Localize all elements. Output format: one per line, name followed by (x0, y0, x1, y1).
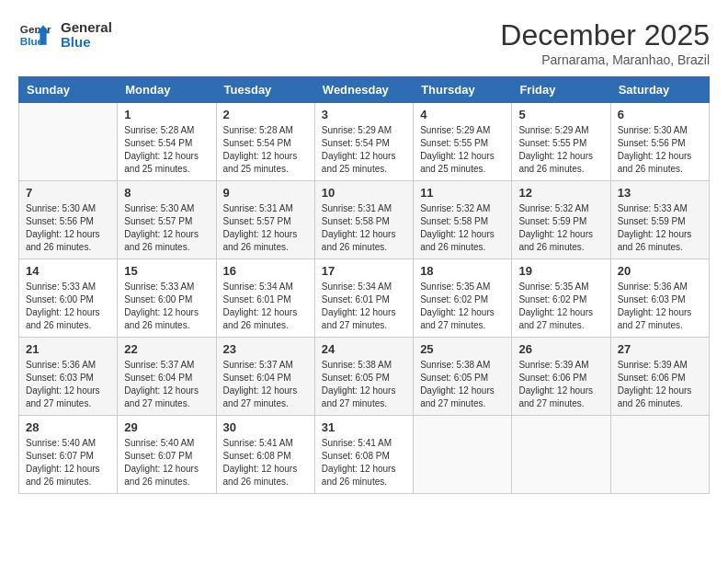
day-number: 14 (26, 264, 110, 278)
day-number: 27 (618, 342, 702, 356)
day-number: 8 (124, 186, 209, 200)
day-number: 4 (420, 108, 505, 121)
day-number: 2 (223, 108, 308, 121)
day-number: 26 (518, 342, 603, 356)
calendar-cell: 11Sunrise: 5:32 AM Sunset: 5:58 PM Dayli… (414, 181, 512, 259)
column-header-thursday: Thursday (414, 77, 512, 103)
day-info: Sunrise: 5:30 AM Sunset: 5:57 PM Dayligh… (124, 202, 209, 254)
day-number: 19 (518, 264, 603, 278)
day-number: 20 (618, 264, 702, 278)
day-number: 17 (322, 264, 406, 278)
day-number: 30 (223, 420, 308, 434)
day-info: Sunrise: 5:30 AM Sunset: 5:56 PM Dayligh… (618, 124, 702, 176)
logo-blue: Blue (61, 35, 112, 51)
day-number: 18 (420, 264, 505, 278)
calendar-cell: 28Sunrise: 5:40 AM Sunset: 6:07 PM Dayli… (19, 416, 118, 494)
calendar-cell: 18Sunrise: 5:35 AM Sunset: 6:02 PM Dayli… (414, 259, 512, 338)
day-number: 16 (223, 264, 308, 278)
day-info: Sunrise: 5:41 AM Sunset: 6:08 PM Dayligh… (223, 437, 308, 488)
day-info: Sunrise: 5:37 AM Sunset: 6:04 PM Dayligh… (223, 359, 308, 410)
logo: General Blue General Blue (18, 18, 112, 52)
page-header: General Blue General Blue December 2025 … (18, 18, 710, 67)
calendar-cell: 6Sunrise: 5:30 AM Sunset: 5:56 PM Daylig… (610, 103, 709, 181)
calendar-week-row: 1Sunrise: 5:28 AM Sunset: 5:54 PM Daylig… (19, 103, 710, 181)
day-number: 12 (518, 186, 603, 200)
calendar-week-row: 7Sunrise: 5:30 AM Sunset: 5:56 PM Daylig… (19, 181, 710, 259)
day-info: Sunrise: 5:34 AM Sunset: 6:01 PM Dayligh… (322, 281, 406, 332)
column-header-friday: Friday (512, 77, 610, 103)
day-info: Sunrise: 5:36 AM Sunset: 6:03 PM Dayligh… (618, 281, 702, 332)
day-info: Sunrise: 5:35 AM Sunset: 6:02 PM Dayligh… (518, 281, 603, 332)
day-info: Sunrise: 5:40 AM Sunset: 6:07 PM Dayligh… (124, 437, 209, 488)
calendar-cell (414, 416, 512, 494)
column-header-tuesday: Tuesday (216, 77, 314, 103)
day-number: 29 (124, 420, 209, 434)
day-number: 21 (26, 342, 110, 356)
calendar-cell: 8Sunrise: 5:30 AM Sunset: 5:57 PM Daylig… (118, 181, 216, 259)
calendar-cell: 3Sunrise: 5:29 AM Sunset: 5:54 PM Daylig… (314, 103, 413, 181)
calendar-cell: 29Sunrise: 5:40 AM Sunset: 6:07 PM Dayli… (118, 416, 216, 494)
day-info: Sunrise: 5:38 AM Sunset: 6:05 PM Dayligh… (322, 359, 406, 410)
day-info: Sunrise: 5:28 AM Sunset: 5:54 PM Dayligh… (124, 124, 209, 176)
day-number: 25 (420, 342, 505, 356)
calendar-cell (610, 416, 709, 494)
day-info: Sunrise: 5:30 AM Sunset: 5:56 PM Dayligh… (26, 202, 110, 254)
calendar-cell: 1Sunrise: 5:28 AM Sunset: 5:54 PM Daylig… (118, 103, 216, 181)
day-info: Sunrise: 5:33 AM Sunset: 5:59 PM Dayligh… (618, 202, 702, 254)
day-info: Sunrise: 5:29 AM Sunset: 5:55 PM Dayligh… (518, 124, 603, 176)
day-info: Sunrise: 5:39 AM Sunset: 6:06 PM Dayligh… (618, 359, 702, 410)
calendar-cell: 13Sunrise: 5:33 AM Sunset: 5:59 PM Dayli… (610, 181, 709, 259)
calendar-week-row: 21Sunrise: 5:36 AM Sunset: 6:03 PM Dayli… (19, 338, 710, 416)
calendar-cell: 23Sunrise: 5:37 AM Sunset: 6:04 PM Dayli… (216, 338, 314, 416)
day-info: Sunrise: 5:32 AM Sunset: 5:58 PM Dayligh… (420, 202, 505, 254)
day-info: Sunrise: 5:29 AM Sunset: 5:54 PM Dayligh… (322, 124, 406, 176)
calendar-cell: 2Sunrise: 5:28 AM Sunset: 5:54 PM Daylig… (216, 103, 314, 181)
day-info: Sunrise: 5:37 AM Sunset: 6:04 PM Dayligh… (124, 359, 209, 410)
day-number: 22 (124, 342, 209, 356)
calendar-week-row: 14Sunrise: 5:33 AM Sunset: 6:00 PM Dayli… (19, 259, 710, 338)
calendar-cell: 26Sunrise: 5:39 AM Sunset: 6:06 PM Dayli… (512, 338, 610, 416)
day-number: 7 (26, 186, 110, 200)
calendar-cell: 19Sunrise: 5:35 AM Sunset: 6:02 PM Dayli… (512, 259, 610, 338)
column-header-monday: Monday (118, 77, 216, 103)
logo-general: General (61, 20, 112, 36)
day-number: 28 (26, 420, 110, 434)
day-number: 11 (420, 186, 505, 200)
page-title: December 2025 (500, 18, 710, 52)
day-number: 1 (124, 108, 209, 121)
calendar-cell: 27Sunrise: 5:39 AM Sunset: 6:06 PM Dayli… (610, 338, 709, 416)
calendar-cell: 30Sunrise: 5:41 AM Sunset: 6:08 PM Dayli… (216, 416, 314, 494)
calendar-cell: 22Sunrise: 5:37 AM Sunset: 6:04 PM Dayli… (118, 338, 216, 416)
calendar-cell: 15Sunrise: 5:33 AM Sunset: 6:00 PM Dayli… (118, 259, 216, 338)
day-info: Sunrise: 5:33 AM Sunset: 6:00 PM Dayligh… (26, 281, 110, 332)
calendar-table: SundayMondayTuesdayWednesdayThursdayFrid… (18, 76, 710, 494)
calendar-cell: 5Sunrise: 5:29 AM Sunset: 5:55 PM Daylig… (512, 103, 610, 181)
logo-icon: General Blue (18, 18, 51, 52)
day-info: Sunrise: 5:35 AM Sunset: 6:02 PM Dayligh… (420, 281, 505, 332)
calendar-cell: 16Sunrise: 5:34 AM Sunset: 6:01 PM Dayli… (216, 259, 314, 338)
svg-text:General: General (20, 23, 51, 35)
day-info: Sunrise: 5:38 AM Sunset: 6:05 PM Dayligh… (420, 359, 505, 410)
day-info: Sunrise: 5:41 AM Sunset: 6:08 PM Dayligh… (322, 437, 406, 488)
page-subtitle: Parnarama, Maranhao, Brazil (500, 52, 710, 67)
day-info: Sunrise: 5:29 AM Sunset: 5:55 PM Dayligh… (420, 124, 505, 176)
title-block: December 2025 Parnarama, Maranhao, Brazi… (500, 18, 710, 67)
day-number: 3 (322, 108, 406, 121)
calendar-cell: 9Sunrise: 5:31 AM Sunset: 5:57 PM Daylig… (216, 181, 314, 259)
day-number: 13 (618, 186, 702, 200)
calendar-cell: 4Sunrise: 5:29 AM Sunset: 5:55 PM Daylig… (414, 103, 512, 181)
calendar-header-row: SundayMondayTuesdayWednesdayThursdayFrid… (19, 77, 710, 103)
calendar-cell: 21Sunrise: 5:36 AM Sunset: 6:03 PM Dayli… (19, 338, 118, 416)
calendar-cell: 20Sunrise: 5:36 AM Sunset: 6:03 PM Dayli… (610, 259, 709, 338)
day-info: Sunrise: 5:39 AM Sunset: 6:06 PM Dayligh… (518, 359, 603, 410)
day-info: Sunrise: 5:33 AM Sunset: 6:00 PM Dayligh… (124, 281, 209, 332)
day-number: 15 (124, 264, 209, 278)
calendar-cell: 10Sunrise: 5:31 AM Sunset: 5:58 PM Dayli… (314, 181, 413, 259)
day-info: Sunrise: 5:36 AM Sunset: 6:03 PM Dayligh… (26, 359, 110, 410)
day-number: 10 (322, 186, 406, 200)
day-info: Sunrise: 5:31 AM Sunset: 5:57 PM Dayligh… (223, 202, 308, 254)
day-number: 24 (322, 342, 406, 356)
calendar-cell (19, 103, 118, 181)
calendar-cell: 25Sunrise: 5:38 AM Sunset: 6:05 PM Dayli… (414, 338, 512, 416)
day-number: 23 (223, 342, 308, 356)
